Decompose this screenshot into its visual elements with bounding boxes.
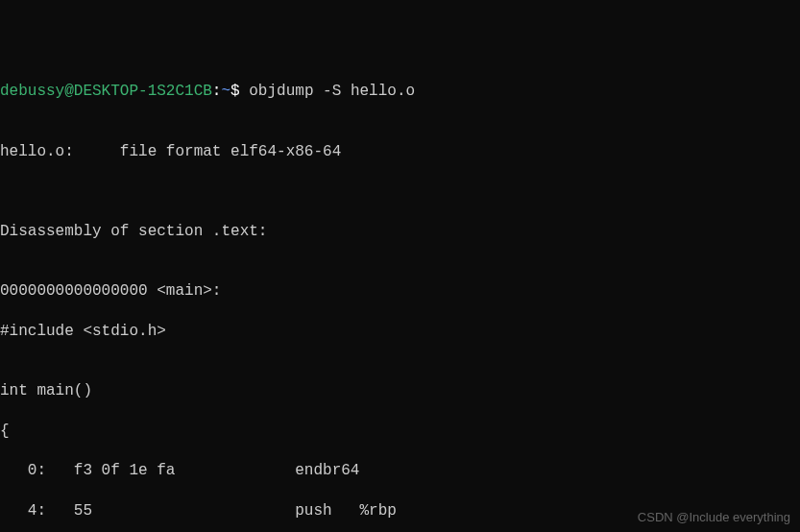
prompt-separator: : bbox=[212, 83, 222, 100]
prompt-line[interactable]: debussy@DESKTOP-1S2C1CB:~$ objdump -S he… bbox=[0, 82, 800, 102]
output-symbol: 0000000000000000 <main>: bbox=[0, 281, 800, 302]
output-include: #include <stdio.h> bbox=[0, 322, 800, 342]
output-disasm-section: Disassembly of section .text: bbox=[0, 222, 800, 242]
output-brace-open: { bbox=[0, 422, 800, 442]
output-instruction-0: 0: f3 0f 1e fa endbr64 bbox=[0, 461, 800, 481]
watermark-text: CSDN @Include everything bbox=[638, 510, 790, 526]
output-file-header: hello.o: file format elf64-x86-64 bbox=[0, 142, 800, 162]
prompt-path: ~ bbox=[221, 83, 230, 100]
prompt-command: objdump -S hello.o bbox=[249, 83, 415, 100]
output-main-decl: int main() bbox=[0, 381, 800, 401]
prompt-dollar: $ bbox=[230, 83, 249, 100]
prompt-user-host: debussy@DESKTOP-1S2C1CB bbox=[0, 83, 212, 100]
